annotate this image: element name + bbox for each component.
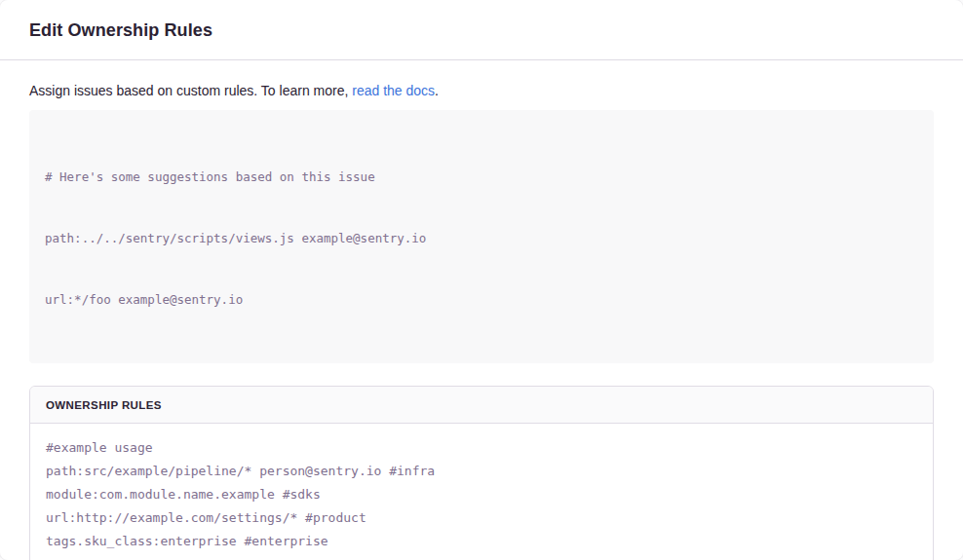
description-before-link: Assign issues based on custom rules. To … [29, 83, 352, 98]
ownership-rules-panel-header: OWNERSHIP RULES [30, 387, 933, 424]
ownership-rules-panel: OWNERSHIP RULES #example usage path:src/… [29, 386, 934, 560]
suggestion-line: url:*/foo example@sentry.io [45, 289, 918, 310]
edit-ownership-rules-modal: Edit Ownership Rules Assign issues based… [0, 0, 963, 560]
suggestion-line: # Here's some suggestions based on this … [45, 167, 918, 187]
ownership-rules-editor[interactable]: #example usage path:src/example/pipeline… [30, 424, 933, 560]
modal-header: Edit Ownership Rules [0, 0, 963, 60]
description-after-link: . [435, 83, 439, 98]
suggestion-line: path:../../sentry/scripts/views.js examp… [45, 228, 918, 248]
modal-body: Assign issues based on custom rules. To … [0, 83, 963, 560]
modal-title: Edit Ownership Rules [29, 20, 934, 41]
read-docs-link[interactable]: read the docs [352, 83, 435, 98]
suggestions-code-block: # Here's some suggestions based on this … [29, 110, 934, 363]
description-text: Assign issues based on custom rules. To … [29, 83, 934, 98]
